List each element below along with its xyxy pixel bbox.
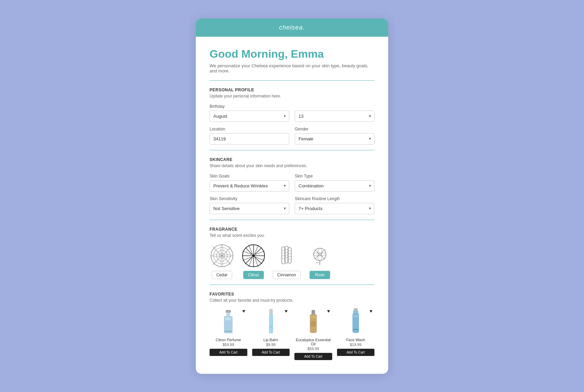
product-price-lip-balm: $9.99 — [266, 343, 276, 347]
favorite-item-lip-balm: ♥ Lip Balm $9.99 Add To Cart — [252, 308, 290, 360]
favorites-title: FAVORITES — [210, 292, 374, 297]
svg-rect-45 — [269, 309, 273, 315]
svg-rect-46 — [269, 314, 273, 333]
skin-type-select[interactable]: Combination — [295, 180, 374, 192]
svg-rect-44 — [225, 331, 232, 332]
skin-type-group: Skin Type Combination — [295, 174, 374, 192]
birthday-label: Birthday — [210, 104, 374, 109]
birthday-day-group: 13 — [295, 111, 374, 122]
gender-select[interactable]: Female — [295, 133, 374, 145]
skincare-sub: Share details about your skin needs and … — [210, 163, 374, 168]
rose-button[interactable]: Rose — [310, 271, 330, 279]
brand-name: chelsea. — [279, 24, 305, 31]
card-body: Good Morning, Emma We personalize your C… — [196, 37, 388, 374]
cedar-button[interactable]: Cedar — [212, 271, 232, 279]
skincare-routine-select[interactable]: 7+ Products — [295, 203, 374, 214]
skin-goals-label: Skin Goals — [210, 174, 289, 178]
product-price-perfume: $59.99 — [223, 343, 234, 347]
skin-sensitivity-group: Skin Sensitivity Not Sensitive — [210, 196, 289, 214]
fragrance-item-citrus: Citrus — [241, 243, 266, 279]
product-img-face-wash — [344, 308, 368, 336]
citrus-icon — [241, 243, 266, 268]
heart-icon-perfume[interactable]: ♥ — [242, 308, 245, 314]
add-to-cart-lip-balm[interactable]: Add To Cart — [252, 349, 290, 356]
perfume-bottle-svg — [221, 310, 236, 336]
cedar-icon — [210, 243, 234, 268]
birthday-month-select[interactable]: August — [210, 111, 289, 122]
fragrance-title: FRAGRANCE — [210, 227, 374, 232]
product-name-oil: Eucalyptus Essential Oil — [294, 338, 332, 346]
birthday-month-group: August — [210, 111, 289, 122]
add-to-cart-oil[interactable]: Add To Cart — [294, 353, 332, 360]
product-name-face-wash: Face Wash — [346, 338, 365, 342]
add-to-cart-perfume[interactable]: Add To Cart — [210, 349, 247, 356]
fragrance-item-cinnamon: Cinnamon — [273, 243, 301, 279]
fragrance-section: FRAGRANCE Tell us what scent excites you… — [210, 227, 374, 279]
product-img-oil — [301, 308, 325, 336]
skincare-routine-wrapper: 7+ Products — [295, 203, 374, 214]
product-img-perfume — [216, 308, 240, 336]
location-group: Location — [210, 127, 289, 145]
product-price-oil: $59.99 — [307, 347, 319, 351]
skin-sensitivity-label: Skin Sensitivity — [210, 196, 289, 201]
svg-rect-47 — [270, 326, 272, 327]
gender-wrapper: Female — [295, 133, 374, 145]
birthday-day-select[interactable]: 13 — [295, 111, 374, 122]
skin-goals-group: Skin Goals Prevent & Reduce Wrinkles — [210, 174, 289, 192]
fragrance-item-rose: Rose — [307, 243, 332, 279]
greeting-title: Good Morning, Emma — [210, 48, 374, 60]
favorites-section: FAVORITES Collect all your favorite and … — [210, 292, 374, 360]
product-name-lip-balm: Lip Balm — [263, 338, 278, 342]
fragrance-grid: Cedar — [210, 243, 374, 279]
fragrance-sub: Tell us what scent excites you. — [210, 233, 374, 238]
svg-rect-52 — [354, 308, 358, 310]
section-divider-1 — [210, 80, 374, 81]
personal-profile-title: PERSONAL PROFILE — [210, 88, 374, 92]
oil-bottle-svg — [305, 310, 322, 336]
favorite-item-face-wash: ♥ Face Wash $19.99 Add To Cart — [337, 308, 375, 360]
location-input[interactable] — [210, 133, 289, 145]
personal-profile-sub: Update your personal information here. — [210, 94, 374, 99]
heart-icon-oil[interactable]: ♥ — [327, 308, 330, 314]
skincare-title: SKINCARE — [210, 157, 374, 162]
section-divider-2 — [210, 150, 374, 150]
skincare-routine-label: Skincare Routine Length — [295, 196, 374, 201]
svg-rect-56 — [353, 329, 358, 330]
location-label: Location — [210, 127, 289, 131]
citrus-button[interactable]: Citrus — [243, 271, 264, 279]
personal-profile-section: PERSONAL PROFILE Update your personal in… — [210, 88, 374, 145]
skin-goals-select[interactable]: Prevent & Reduce Wrinkles — [210, 180, 289, 192]
cinnamon-button[interactable]: Cinnamon — [273, 271, 301, 279]
product-img-lip-balm — [259, 308, 283, 336]
skin-sensitivity-select[interactable]: Not Sensitive — [210, 203, 289, 214]
gender-label: Gender — [295, 127, 374, 131]
lip-balm-svg — [267, 309, 275, 336]
section-divider-3 — [210, 220, 374, 220]
product-price-face-wash: $19.99 — [350, 343, 361, 347]
favorite-item-perfume: ♥ Citron Perfume $59.99 Add To Cart — [210, 308, 247, 360]
svg-point-5 — [252, 254, 255, 257]
birthday-day-wrapper: 13 — [295, 111, 374, 122]
section-divider-4 — [210, 285, 374, 285]
birthday-month-wrapper: August — [210, 111, 289, 122]
greeting-subtitle: We personalize your Chelsea experience b… — [210, 63, 374, 73]
add-to-cart-face-wash[interactable]: Add To Cart — [337, 349, 375, 356]
skincare-routine-group: Skincare Routine Length 7+ Products — [295, 196, 374, 214]
app-header: chelsea. — [196, 19, 388, 37]
favorites-grid: ♥ Citron Perfume $59.99 Add To Cart — [210, 308, 374, 360]
favorites-sub: Collect all your favorite and must-try p… — [210, 298, 374, 303]
heart-icon-face-wash[interactable]: ♥ — [370, 308, 372, 314]
rose-icon — [307, 243, 332, 268]
skin-goals-wrapper: Prevent & Reduce Wrinkles — [210, 180, 289, 192]
product-name-perfume: Citron Perfume — [216, 338, 241, 342]
main-card: chelsea. Good Morning, Emma We personali… — [196, 19, 388, 374]
svg-rect-50 — [311, 316, 316, 318]
heart-icon-lip-balm[interactable]: ♥ — [285, 308, 288, 314]
favorite-item-oil: ♥ Eucalyptus Essential Oil $59.99 Add To… — [294, 308, 332, 360]
skincare-section: SKINCARE Share details about your skin n… — [210, 157, 374, 214]
skin-type-wrapper: Combination — [295, 180, 374, 192]
skin-type-label: Skin Type — [295, 174, 374, 178]
fragrance-item-cedar: Cedar — [210, 243, 234, 279]
gender-group: Gender Female — [295, 127, 374, 145]
svg-point-51 — [311, 321, 316, 326]
